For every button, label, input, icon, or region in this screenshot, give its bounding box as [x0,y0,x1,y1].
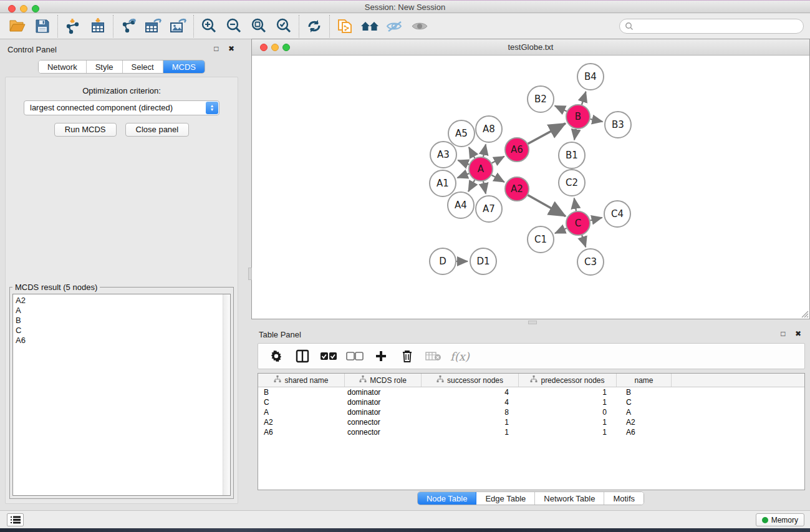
graph-edge-C-C3[interactable] [582,235,586,247]
export-network-icon[interactable] [116,16,141,37]
table-cell[interactable]: B [258,387,345,397]
graph-node-B3[interactable]: B3 [605,112,631,138]
graph-node-A3[interactable]: A3 [430,142,456,168]
graph-edge-B-B3[interactable] [591,119,603,122]
table-cell[interactable]: A [258,407,345,417]
table-cell[interactable]: A2 [617,417,672,427]
graph-edge-A6-B[interactable] [528,123,566,144]
node-table[interactable]: shared nameMCDS rolesuccessor nodesprede… [258,373,805,490]
first-neighbors-icon[interactable] [357,16,382,37]
save-session-icon[interactable] [30,16,55,37]
graph-node-B1[interactable]: B1 [559,142,585,168]
tab-mcds[interactable]: MCDS [163,60,205,73]
mcds-result-item[interactable]: A6 [16,336,230,346]
graph-node-A4[interactable]: A4 [448,192,474,218]
graph-edge-A2-C[interactable] [528,195,566,216]
table-cell[interactable]: 4 [422,397,519,407]
graph-edge-A-A3[interactable] [458,160,469,165]
graph-node-A6[interactable]: A6 [505,138,529,162]
table-cell[interactable]: 4 [422,387,519,397]
network-window-title-bar[interactable]: testGlobe.txt [252,39,809,56]
zoom-selected-icon[interactable] [271,16,296,37]
graph-node-C1[interactable]: C1 [528,226,554,253]
graph-edge-A-A6[interactable] [492,157,504,163]
graph-node-C[interactable]: C [566,211,590,235]
hide-selected-icon[interactable] [382,16,407,37]
graph-node-A8[interactable]: A8 [476,116,502,142]
table-cell[interactable]: dominator [345,407,422,417]
graph-edge-A-A8[interactable] [483,144,486,157]
table-cell[interactable]: 1 [422,427,519,437]
table-row[interactable]: A2connector11A2 [258,417,804,427]
export-table-icon[interactable] [141,16,166,37]
delete-table-icon[interactable] [422,346,445,366]
table-cell[interactable]: 1 [519,427,617,437]
table-cell[interactable]: connector [345,417,422,427]
graph-edge-C-C1[interactable] [555,228,567,233]
table-cell[interactable]: 1 [519,387,617,397]
column-header-successor-nodes[interactable]: successor nodes [422,374,519,387]
graph-edge-A-A1[interactable] [457,173,469,178]
close-panel-button[interactable]: Close panel [125,123,190,137]
table-cell[interactable]: 8 [422,407,519,417]
graph-node-C3[interactable]: C3 [577,249,604,275]
mcds-result-item[interactable]: B [16,316,230,326]
table-cell[interactable]: C [617,397,672,407]
tab-network[interactable]: Network [39,60,87,73]
graph-edge-A-A7[interactable] [483,181,486,194]
graph-edge-A-A2[interactable] [492,175,504,182]
table-row[interactable]: Cdominator41C [258,397,804,407]
close-panel-icon[interactable]: ✖ [228,44,238,53]
tab-node-table[interactable]: Node Table [418,492,477,505]
graph-node-B4[interactable]: B4 [577,64,604,90]
mcds-result-item[interactable]: A2 [16,296,230,306]
table-cell[interactable]: 1 [422,417,519,427]
column-header-MCDS-role[interactable]: MCDS role [345,374,422,387]
import-table-icon[interactable] [85,16,110,37]
export-image-icon[interactable] [166,16,191,37]
graph-node-A[interactable]: A [469,157,493,181]
zoom-fit-icon[interactable] [246,16,271,37]
toggle-panel-icon[interactable] [291,346,314,366]
column-header-label[interactable]: MCDS role [370,376,407,385]
column-header-predecessor-nodes[interactable]: predecessor nodes [519,374,617,387]
float-panel-icon[interactable]: □ [214,44,222,53]
table-cell[interactable]: B [617,387,672,397]
select-all-icon[interactable] [317,346,340,366]
task-history-button[interactable] [7,513,24,526]
scrollbar[interactable] [223,294,230,495]
table-row[interactable]: Adominator80A [258,407,804,417]
deselect-all-icon[interactable] [343,346,367,366]
column-header-name[interactable]: name [617,374,672,387]
table-cell[interactable]: A6 [258,427,345,437]
panel-resize-handle[interactable] [248,268,252,280]
show-all-icon[interactable] [407,16,432,37]
close-panel-icon[interactable]: ✖ [795,329,805,338]
graph-node-D1[interactable]: D1 [470,248,496,274]
tab-network-table[interactable]: Network Table [535,492,604,505]
tab-style[interactable]: Style [87,60,123,73]
graph-edge-C-C4[interactable] [590,218,602,221]
mcds-result-list[interactable]: A2ABCA6 [12,294,231,496]
table-cell[interactable]: 1 [519,397,617,407]
search-input[interactable] [634,22,803,31]
table-cell[interactable]: C [258,397,345,407]
table-cell[interactable]: connector [345,427,422,437]
add-column-icon[interactable] [369,346,393,366]
graph-edge-B-B2[interactable] [555,106,567,112]
search-field[interactable] [619,19,804,34]
graph-node-A7[interactable]: A7 [476,196,502,222]
graph-node-A2[interactable]: A2 [505,177,529,201]
graph-node-C4[interactable]: C4 [604,201,630,227]
table-cell[interactable]: A [617,407,672,417]
import-network-icon[interactable] [60,16,85,37]
float-panel-icon[interactable]: □ [781,329,789,338]
mcds-result-item[interactable]: A [16,306,230,316]
tab-motifs[interactable]: Motifs [604,492,644,505]
network-canvas[interactable]: B4B2BB3A8A5A6A3B1AA1C2A2A4A7C4CC1DD1C3 [253,56,809,319]
graph-node-B[interactable]: B [566,105,590,128]
memory-button[interactable]: Memory [756,513,804,526]
function-builder-icon[interactable]: f(x) [448,350,470,363]
zoom-in-icon[interactable] [196,16,221,37]
graph-node-A5[interactable]: A5 [448,120,475,147]
